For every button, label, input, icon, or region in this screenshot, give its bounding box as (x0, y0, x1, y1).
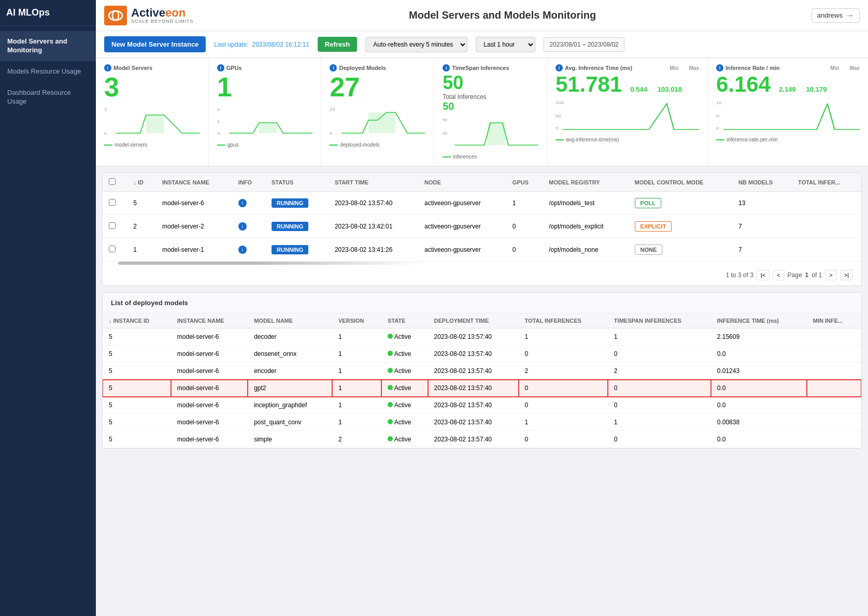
row-nb-models: 13 (732, 192, 792, 215)
drow-infer-time: 0.00838 (711, 414, 807, 431)
drow-model-name: post_quant_conv (248, 414, 332, 431)
col-instance-name[interactable]: INSTANCE NAME (156, 173, 232, 192)
first-page-btn[interactable]: |< (757, 270, 770, 280)
col-node[interactable]: NODE (418, 173, 506, 192)
row-status: RUNNING (265, 215, 329, 238)
drow-timespan-infer: 1 (608, 328, 711, 346)
drow-total-infer: 0 (519, 346, 608, 363)
col-start-time[interactable]: START TIME (329, 173, 418, 192)
info-icon-deployed[interactable]: i (330, 64, 337, 71)
drow-timespan-infer: 1 (608, 414, 711, 431)
info-icon-timespan[interactable]: i (443, 64, 450, 71)
drow-state: Active (381, 363, 428, 380)
refresh-button[interactable]: Refresh (318, 37, 357, 52)
stat-avg-inference-value: 51.781 (556, 74, 622, 95)
username-label: andrews (817, 11, 843, 19)
stat-model-servers-chart: 2 0 15:30 16:00 (104, 105, 200, 141)
timerange-select[interactable]: Last 1 hour Last 6 hours Last 24 hours (476, 37, 535, 52)
dcol-total-infer[interactable]: TOTAL INFERENCES (519, 313, 608, 328)
deployed-table-wrap: ↓ INSTANCE ID INSTANCE NAME MODEL NAME V… (103, 313, 861, 448)
sidebar-item-dashboard-resource[interactable]: Dashboard Resource Usage (0, 82, 96, 112)
row-total-infer (792, 238, 861, 262)
prev-page-btn[interactable]: < (773, 270, 784, 280)
stat-avg-inference-label: i Avg. Inference Time (ms) Min Max (556, 64, 699, 71)
dcol-model-name[interactable]: MODEL NAME (248, 313, 332, 328)
drow-instance-id: 5 (103, 431, 171, 448)
info-icon-model-servers[interactable]: i (104, 64, 111, 71)
next-page-btn[interactable]: > (825, 270, 836, 280)
user-menu[interactable]: andrews → (812, 8, 860, 23)
sidebar-item-model-servers[interactable]: Model Servers and Monitoring (0, 31, 96, 61)
info-icon-row[interactable]: i (238, 222, 247, 231)
col-total-infer[interactable]: TOTAL INFER... (792, 173, 861, 192)
drow-total-infer: 0 (519, 431, 608, 448)
row-checkbox-0[interactable] (109, 199, 116, 206)
drow-version: 1 (332, 414, 381, 431)
status-badge: RUNNING (272, 245, 308, 254)
chart-legend-model-servers: model-servers (104, 142, 200, 148)
drow-min-infer (807, 397, 861, 414)
control-mode-badge: NONE (635, 245, 663, 255)
topbar-brand: Activeeon SCALE BEYOND LIMITS (131, 7, 194, 24)
stat-avg-inference-chart: 100 50 0 15:15 15:30 15:45 16:00 (556, 99, 699, 136)
servers-table-body: 5 model-server-6 i RUNNING 2023-08-02 13… (103, 192, 861, 262)
dcol-min-infer[interactable]: MIN INFE... (807, 313, 861, 328)
drow-min-infer (807, 431, 861, 448)
col-status[interactable]: STATUS (265, 173, 329, 192)
drow-deploy-time: 2023-08-02 13:57:40 (428, 397, 519, 414)
state-dot (388, 419, 393, 424)
dcol-infer-time[interactable]: INFERENCE TIME (ms) (711, 313, 807, 328)
col-nb-models[interactable]: NB MODELS (732, 173, 792, 192)
dcol-timespan-infer[interactable]: TIMESPAN INFERENCES (608, 313, 711, 328)
col-id[interactable]: ↓ ID (127, 173, 156, 192)
col-gpus[interactable]: GPUS (506, 173, 543, 192)
stat-rate-min-label: Min (830, 65, 839, 71)
dcol-instance-name[interactable]: INSTANCE NAME (171, 313, 248, 328)
drow-state: Active (381, 431, 428, 448)
autorefresh-select[interactable]: Auto-refresh every 5 minutes Auto-refres… (365, 37, 467, 52)
dcol-deploy-time[interactable]: DEPLOYMENT TIME (428, 313, 519, 328)
col-info: INFO (232, 173, 265, 192)
dcol-version[interactable]: VERSION (332, 313, 381, 328)
info-icon-gpus[interactable]: i (217, 64, 224, 71)
stat-timespan-chart: 50 25 15:30 16:00 (443, 117, 538, 153)
drow-deploy-time: 2023-08-02 13:57:40 (428, 431, 519, 448)
stat-inference-rate-chart: 10 5 0 15:15 15:30 15:45 16:00 (716, 99, 860, 136)
row-checkbox-cell (103, 192, 127, 215)
svg-text:10: 10 (716, 101, 722, 105)
row-node: activeeon-gpuserver (418, 215, 506, 238)
drow-model-name: inception_graphdef (248, 397, 332, 414)
sidebar-item-models-resource[interactable]: Models Resource Usage (0, 61, 96, 82)
deployed-row: 5 model-server-6 simple 2 Active 2023-08… (103, 431, 861, 448)
dcol-state[interactable]: STATE (381, 313, 428, 328)
col-checkbox (103, 173, 127, 192)
row-start-time: 2023-08-02 13:57:40 (329, 192, 418, 215)
svg-text:50: 50 (556, 114, 561, 118)
chart-legend-deployed: deployed-models (330, 142, 425, 148)
svg-rect-22 (488, 123, 506, 145)
svg-text:1: 1 (217, 119, 220, 124)
control-mode-badge: EXPLICIT (635, 221, 672, 232)
deployed-row: 5 model-server-6 encoder 1 Active 2023-0… (103, 363, 861, 380)
stat-avg-inference: i Avg. Inference Time (ms) Min Max 51.78… (547, 58, 708, 166)
row-checkbox-2[interactable] (109, 246, 116, 252)
drow-infer-time: 0.0 (711, 431, 807, 448)
select-all-checkbox[interactable] (109, 178, 116, 185)
last-page-btn[interactable]: >| (840, 270, 853, 280)
row-checkbox-1[interactable] (109, 222, 116, 229)
info-icon-avg-inference[interactable]: i (556, 64, 563, 71)
stat-avg-min-value: 0.544 (630, 85, 647, 93)
svg-text:50: 50 (443, 118, 447, 122)
drow-model-name: encoder (248, 363, 332, 380)
col-control-mode[interactable]: MODEL CONTROL MODE (629, 173, 732, 192)
new-model-server-button[interactable]: New Model Server Instance (104, 36, 206, 52)
dcol-instance-id[interactable]: ↓ INSTANCE ID (103, 313, 171, 328)
info-icon-inference-rate[interactable]: i (716, 64, 723, 71)
info-icon-row[interactable]: i (238, 199, 247, 207)
drow-instance-id: 5 (103, 346, 171, 363)
deployed-row: 5 model-server-6 densenet_onnx 1 Active … (103, 346, 861, 363)
col-model-registry[interactable]: MODEL REGISTRY (543, 173, 628, 192)
last-update-text: Last update: (214, 41, 248, 48)
svg-point-1 (112, 11, 119, 20)
info-icon-row[interactable]: i (238, 246, 247, 254)
